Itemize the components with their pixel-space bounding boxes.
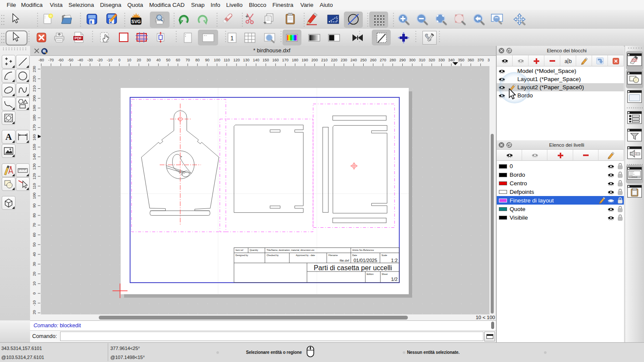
svg-text:-10: -10 (107, 58, 112, 62)
svg-text:Scale: Scale (382, 254, 387, 256)
svg-text:Filename: Filename (328, 254, 338, 256)
svg-text:80: 80 (32, 213, 36, 217)
svg-text:320: 320 (428, 58, 435, 62)
svg-text:file.dxf: file.dxf (340, 259, 349, 262)
svg-text:150: 150 (32, 144, 36, 150)
svg-text:80: 80 (195, 58, 200, 62)
svg-text:150: 150 (263, 58, 269, 62)
svg-text:Date: Date (352, 254, 357, 256)
svg-text:10: 10 (127, 58, 131, 62)
svg-text:110: 110 (32, 183, 36, 189)
svg-text:170: 170 (282, 58, 289, 62)
svg-text:30: 30 (146, 58, 151, 62)
svg-text:290: 290 (399, 58, 406, 62)
svg-text:01/01/2025: 01/01/2025 (353, 258, 377, 263)
svg-text:220: 220 (32, 75, 36, 82)
svg-text:1: 1 (231, 35, 234, 42)
svg-text:1/2: 1/2 (391, 277, 398, 282)
svg-text:40: 40 (32, 252, 36, 256)
svg-text:110: 110 (224, 58, 230, 62)
svg-text:PDF: PDF (75, 36, 82, 40)
svg-text:130: 130 (32, 163, 36, 170)
svg-text:Title/Name, destination, mater: Title/Name, destination, material, dimen… (267, 249, 315, 251)
svg-text:60: 60 (176, 58, 180, 62)
svg-text:180: 180 (292, 58, 298, 62)
svg-text:210: 210 (32, 85, 36, 92)
svg-text:A: A (5, 132, 12, 142)
svg-text:350: 350 (458, 58, 464, 62)
svg-text:120: 120 (233, 58, 240, 62)
svg-text:0: 0 (118, 58, 120, 62)
svg-text:-30: -30 (87, 58, 93, 62)
svg-text:240: 240 (350, 58, 357, 62)
svg-text:c command: c command (630, 176, 638, 178)
svg-text:-20: -20 (32, 310, 36, 314)
svg-text:270: 270 (380, 58, 386, 62)
svg-text:90: 90 (205, 58, 210, 62)
svg-text:250: 250 (360, 58, 367, 62)
svg-text:40: 40 (156, 58, 161, 62)
svg-text:-40: -40 (77, 58, 83, 62)
svg-text:-20: -20 (97, 58, 103, 62)
svg-text:300: 300 (409, 58, 416, 62)
svg-text:50: 50 (32, 242, 36, 247)
svg-text:3: 3 (487, 58, 489, 62)
svg-text:160: 160 (272, 58, 279, 62)
svg-text:Parti di casetta per uccelli: Parti di casetta per uccelli (314, 264, 392, 272)
svg-text:340: 340 (448, 58, 455, 62)
svg-text:220: 220 (331, 58, 337, 62)
svg-text:10: 10 (32, 281, 36, 286)
svg-text:Checked by: Checked by (267, 254, 279, 256)
svg-text:Edition: Edition (367, 273, 374, 275)
svg-text:190: 190 (302, 58, 308, 62)
svg-text:260: 260 (370, 58, 377, 62)
svg-text:70: 70 (32, 223, 36, 227)
svg-text:-80: -80 (39, 58, 44, 62)
svg-text:30: 30 (32, 262, 36, 266)
svg-text:100: 100 (32, 193, 36, 199)
svg-text:Article No./Reference: Article No./Reference (352, 249, 374, 251)
svg-text:140: 140 (32, 154, 36, 160)
svg-text:360: 360 (468, 58, 474, 62)
svg-text:Quantity: Quantity (250, 249, 258, 251)
svg-text:140: 140 (253, 58, 259, 62)
svg-text:Designed by: Designed by (236, 254, 249, 256)
svg-text:20: 20 (137, 58, 141, 62)
svg-text:1:2: 1:2 (391, 258, 398, 263)
svg-text:230: 230 (340, 58, 347, 62)
svg-text:170: 170 (32, 124, 36, 131)
svg-text:130: 130 (243, 58, 249, 62)
svg-text:190: 190 (32, 105, 36, 111)
svg-text:230: 230 (32, 66, 36, 72)
svg-text:-10: -10 (32, 300, 36, 306)
svg-text:Approved by - date: Approved by - date (296, 254, 315, 256)
svg-text:200: 200 (311, 58, 318, 62)
svg-text:70: 70 (185, 58, 190, 62)
svg-text:b: b (569, 58, 572, 64)
svg-text:20: 20 (32, 272, 36, 276)
svg-text:60: 60 (32, 233, 36, 237)
svg-text:Sheet: Sheet (382, 273, 388, 275)
svg-text:330: 330 (438, 58, 445, 62)
svg-text:310: 310 (419, 58, 425, 62)
svg-text:-70: -70 (48, 58, 54, 62)
svg-text:Item ref: Item ref (236, 249, 243, 251)
svg-text:-50: -50 (68, 58, 73, 62)
svg-text:50: 50 (166, 58, 170, 62)
svg-text:-60: -60 (58, 58, 64, 62)
svg-text:SVG: SVG (131, 19, 141, 24)
svg-text:120: 120 (32, 173, 36, 180)
svg-text:200: 200 (32, 95, 36, 102)
svg-text:160: 160 (32, 134, 36, 141)
svg-text:0: 0 (32, 292, 36, 294)
svg-text:280: 280 (389, 58, 396, 62)
svg-text:100: 100 (214, 58, 220, 62)
svg-text:180: 180 (32, 115, 36, 121)
svg-text:210: 210 (321, 58, 328, 62)
svg-text:a: a (565, 58, 568, 64)
svg-text:370: 370 (477, 58, 484, 62)
svg-text:90: 90 (32, 203, 36, 208)
